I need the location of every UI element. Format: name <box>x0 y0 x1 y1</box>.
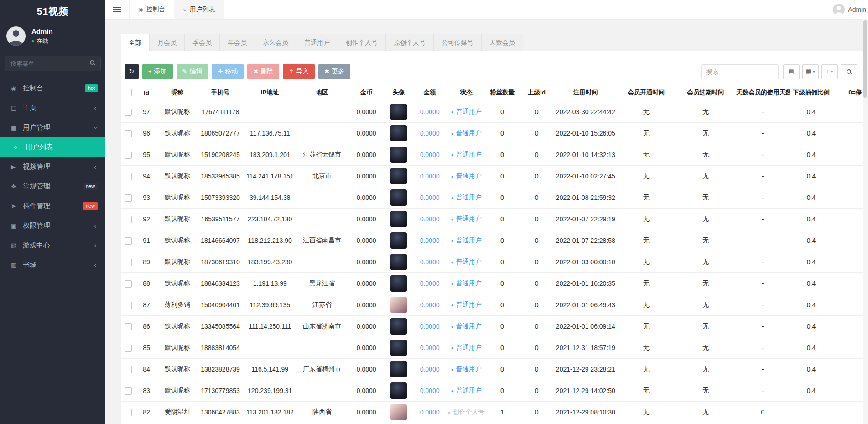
refresh-button[interactable]: ↻ <box>125 64 139 79</box>
cell-amount-link[interactable]: 0.0000 <box>420 258 440 266</box>
row-checkbox[interactable] <box>125 130 132 137</box>
row-checkbox[interactable] <box>125 109 132 116</box>
avatar-image[interactable] <box>390 382 407 399</box>
filter-tab-9[interactable]: 天数会员 <box>482 34 523 51</box>
avatar-image[interactable] <box>390 275 407 292</box>
sidebar-item-auth-manage[interactable]: ▣ 权限管理 <box>0 216 105 236</box>
filter-tab-7[interactable]: 原创个人号 <box>386 34 434 51</box>
move-button[interactable]: ✚ 移动 <box>212 64 244 79</box>
status-badge[interactable]: ● 普通用户 <box>451 151 482 159</box>
cell-amount-link[interactable]: 0.0000 <box>420 408 440 416</box>
avatar-image[interactable] <box>390 254 407 270</box>
status-badge[interactable]: ● 普通用户 <box>451 279 482 288</box>
status-badge[interactable]: ● 普通用户 <box>451 108 482 116</box>
cell-amount-link[interactable]: 0.0000 <box>420 280 440 287</box>
row-checkbox[interactable] <box>125 345 132 352</box>
cell-amount-link[interactable]: 0.0000 <box>420 194 440 201</box>
status-badge[interactable]: ● 普通用户 <box>451 322 482 330</box>
sidebar-item-general-manage[interactable]: ❖ 常规管理 new <box>0 177 105 196</box>
row-checkbox[interactable] <box>125 237 132 245</box>
filter-tab-8[interactable]: 公司传媒号 <box>434 34 482 51</box>
avatar-image[interactable] <box>390 232 407 249</box>
avatar-image[interactable] <box>390 340 407 356</box>
status-badge[interactable]: ● 普通用户 <box>451 344 482 352</box>
status-badge[interactable]: ● 普通用户 <box>451 301 482 309</box>
status-badge[interactable]: ● 普通用户 <box>451 172 482 180</box>
cell-amount-link[interactable]: 0.0000 <box>420 237 440 244</box>
status-badge[interactable]: ● 普通用户 <box>451 215 482 223</box>
cell-amount-link[interactable]: 0.0000 <box>420 130 440 137</box>
cell-amount-link[interactable]: 0.0000 <box>420 323 440 330</box>
row-checkbox[interactable] <box>125 259 132 266</box>
filter-tab-1[interactable]: 月会员 <box>150 34 185 51</box>
cell-amount-link[interactable]: 0.0000 <box>420 301 440 309</box>
list-view-button[interactable]: ▤ <box>783 64 800 79</box>
table-search-input[interactable] <box>701 64 779 79</box>
sidebar-item-book-city[interactable]: ▥ 书城 <box>0 255 105 275</box>
sort-view-button[interactable]: ↕▾ <box>821 64 838 79</box>
avatar-image[interactable] <box>390 211 407 227</box>
status-badge[interactable]: ● 创作个人号 <box>448 408 485 416</box>
cell-amount-link[interactable]: 0.0000 <box>420 344 440 351</box>
sidebar-item-game-center[interactable]: ▧ 游戏中心 <box>0 236 105 255</box>
add-button[interactable]: + 添加 <box>142 64 173 79</box>
row-checkbox[interactable] <box>125 194 132 202</box>
top-tab-0[interactable]: ◉ 控制台 <box>129 0 174 19</box>
cell-amount-link[interactable]: 0.0000 <box>420 151 440 158</box>
filter-tab-3[interactable]: 年会员 <box>220 34 255 51</box>
cell-amount-link[interactable]: 0.0000 <box>420 387 440 394</box>
filter-tab-2[interactable]: 季会员 <box>185 34 220 51</box>
avatar-image[interactable] <box>390 297 407 313</box>
filter-tab-6[interactable]: 创作个人号 <box>338 34 386 51</box>
sidebar-item-user-manage[interactable]: ▦ 用户管理 <box>0 118 105 137</box>
row-checkbox[interactable] <box>125 216 132 223</box>
sidebar-item-home[interactable]: ▤ 主页 <box>0 98 105 118</box>
cell-amount-link[interactable]: 0.0000 <box>420 108 440 115</box>
row-checkbox[interactable] <box>125 173 132 180</box>
vertical-scrollbar[interactable] <box>863 19 868 424</box>
filter-tab-0[interactable]: 全部 <box>121 34 150 51</box>
row-checkbox[interactable] <box>125 280 132 288</box>
top-tab-1[interactable]: ○ 用户列表 <box>174 0 224 19</box>
avatar-image[interactable] <box>390 104 407 120</box>
grid-view-button[interactable]: ▦▾ <box>802 64 819 79</box>
scrollbar-thumb[interactable] <box>863 20 867 98</box>
sidebar-item-console[interactable]: ◉ 控制台 hot <box>0 79 105 98</box>
status-badge[interactable]: ● 普通用户 <box>451 365 482 373</box>
avatar-image[interactable] <box>390 404 407 420</box>
status-badge[interactable]: ● 普通用户 <box>451 194 482 202</box>
avatar-image[interactable] <box>390 318 407 335</box>
status-badge[interactable]: ● 普通用户 <box>451 258 482 266</box>
sidebar-item-video-manage[interactable]: ▶ 视频管理 <box>0 157 105 177</box>
edit-button[interactable]: ✎ 编辑 <box>177 64 208 79</box>
admin-avatar[interactable] <box>6 26 26 46</box>
avatar-image[interactable] <box>390 147 407 163</box>
row-checkbox[interactable] <box>125 302 132 309</box>
cell-amount-link[interactable]: 0.0000 <box>420 173 440 180</box>
avatar-image[interactable] <box>390 361 407 377</box>
row-checkbox[interactable] <box>125 387 132 395</box>
more-button[interactable]: ✱ 更多 <box>318 64 350 79</box>
menu-toggle-button[interactable] <box>105 0 129 19</box>
avatar-image[interactable] <box>390 189 407 206</box>
select-all-checkbox[interactable] <box>125 89 132 96</box>
sidebar-item-plugin-manage[interactable]: ➤ 插件管理 new <box>0 196 105 216</box>
menu-search-input[interactable] <box>5 56 101 71</box>
row-checkbox[interactable] <box>125 323 132 330</box>
cell-amount-link[interactable]: 0.0000 <box>420 215 440 223</box>
row-checkbox[interactable] <box>125 152 132 159</box>
avatar-image[interactable] <box>390 125 407 141</box>
import-button[interactable]: ⇧ 导入 <box>283 64 315 79</box>
status-badge[interactable]: ● 普通用户 <box>451 387 482 395</box>
status-badge[interactable]: ● 普通用户 <box>451 129 482 137</box>
filter-tab-4[interactable]: 永久会员 <box>255 34 296 51</box>
row-checkbox[interactable] <box>125 366 132 373</box>
delete-button[interactable]: ✖ 删除 <box>247 64 279 79</box>
search-button[interactable] <box>841 64 857 79</box>
cell-amount-link[interactable]: 0.0000 <box>420 366 440 373</box>
filter-tab-5[interactable]: 普通用户 <box>296 34 338 51</box>
topbar-user[interactable]: Admin <box>833 0 867 19</box>
avatar-image[interactable] <box>390 168 407 184</box>
status-badge[interactable]: ● 普通用户 <box>451 236 482 245</box>
sidebar-item-user-list[interactable]: ○ 用户列表 <box>0 137 105 157</box>
